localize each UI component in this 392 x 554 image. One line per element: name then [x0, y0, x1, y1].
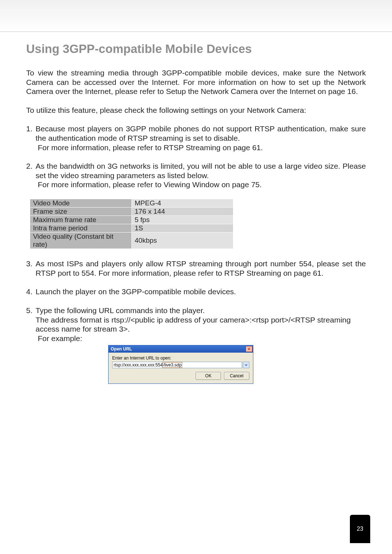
page-number-badge: 23 [350, 515, 370, 543]
list-number: 1. [26, 124, 36, 143]
chevron-down-icon [245, 364, 248, 366]
url-input[interactable]: rtsp://xxx.xxx.xxx.xxx:554/live3.sdp [112, 362, 242, 368]
table-row: Video quality (Constant bit rate) 40kbps [30, 233, 233, 249]
setting-label: Video quality (Constant bit rate) [30, 233, 132, 249]
list-item-2: 2. As the bandwidth on 3G networks is li… [26, 161, 366, 189]
list-number: 5. [26, 306, 36, 315]
list-subtext: For more information, please refer to Vi… [38, 180, 366, 189]
list-item-1: 1. Because most players on 3GPP mobile p… [26, 124, 366, 152]
url-input-prefix: rtsp://xxx.xxx.xxx.xxx:554 [114, 362, 163, 368]
ok-button[interactable]: OK [196, 372, 221, 380]
list-item-4: 4. Launch the player on the 3GPP-compati… [26, 287, 366, 296]
list-subtext: For more information, please refer to RT… [38, 143, 366, 152]
list-text: Launch the player on the 3GPP-compatible… [36, 287, 366, 296]
page-header-gradient [0, 0, 392, 32]
setting-value: 176 x 144 [132, 208, 233, 216]
setting-label: Intra frame period [30, 224, 132, 233]
dialog-title: Open URL [111, 346, 132, 352]
list-text: Type the following URL commands into the… [36, 306, 366, 315]
url-dropdown-button[interactable] [243, 362, 249, 368]
open-url-dialog: Open URL ✕ Enter an Internet URL to open… [108, 345, 253, 384]
table-row: Video Mode MPEG-4 [30, 199, 233, 208]
setting-value: MPEG-4 [132, 199, 233, 208]
list-number: 2. [26, 161, 36, 180]
list-text: As the bandwidth on 3G networks is limit… [36, 161, 366, 180]
list-number: 3. [26, 259, 36, 278]
close-button[interactable]: ✕ [246, 346, 252, 352]
intro-paragraph-2: To utilize this feature, please check th… [26, 106, 366, 115]
dialog-body: Enter an Internet URL to open: rtsp://xx… [109, 353, 253, 383]
url-input-highlight: /live3.sdp [162, 362, 182, 368]
setting-value: 5 fps [132, 216, 233, 224]
page-content: Using 3GPP-compatible Mobile Devices To … [0, 32, 392, 384]
list-item-5: 5. Type the following URL commands into … [26, 306, 366, 343]
close-icon: ✕ [247, 346, 251, 352]
page-number: 23 [357, 526, 363, 532]
table-row: Maximum frame rate 5 fps [30, 216, 233, 224]
list-number: 4. [26, 287, 36, 296]
page-title: Using 3GPP-compatible Mobile Devices [26, 42, 366, 56]
dialog-titlebar: Open URL ✕ [109, 345, 253, 353]
list-item-3: 3. As most ISPs and players only allow R… [26, 259, 366, 278]
setting-label: Maximum frame rate [30, 216, 132, 224]
table-row: Intra frame period 1S [30, 224, 233, 233]
list-subtext: For example: [38, 334, 366, 343]
setting-value: 1S [132, 224, 233, 233]
setting-label: Frame size [30, 208, 132, 216]
settings-table: Video Mode MPEG-4 Frame size 176 x 144 M… [30, 199, 233, 249]
cancel-button[interactable]: Cancel [224, 372, 249, 380]
setting-label: Video Mode [30, 199, 132, 208]
document-page: Using 3GPP-compatible Mobile Devices To … [0, 0, 392, 554]
list-text: Because most players on 3GPP mobile phon… [36, 124, 366, 143]
intro-paragraph-1: To view the streaming media through 3GPP… [26, 68, 366, 96]
table-row: Frame size 176 x 144 [30, 208, 233, 216]
list-subtext: The address format is rtsp://<public ip … [36, 315, 366, 334]
dialog-label: Enter an Internet URL to open: [112, 356, 249, 361]
setting-value: 40kbps [132, 233, 233, 249]
list-text: As most ISPs and players only allow RTSP… [36, 259, 366, 278]
